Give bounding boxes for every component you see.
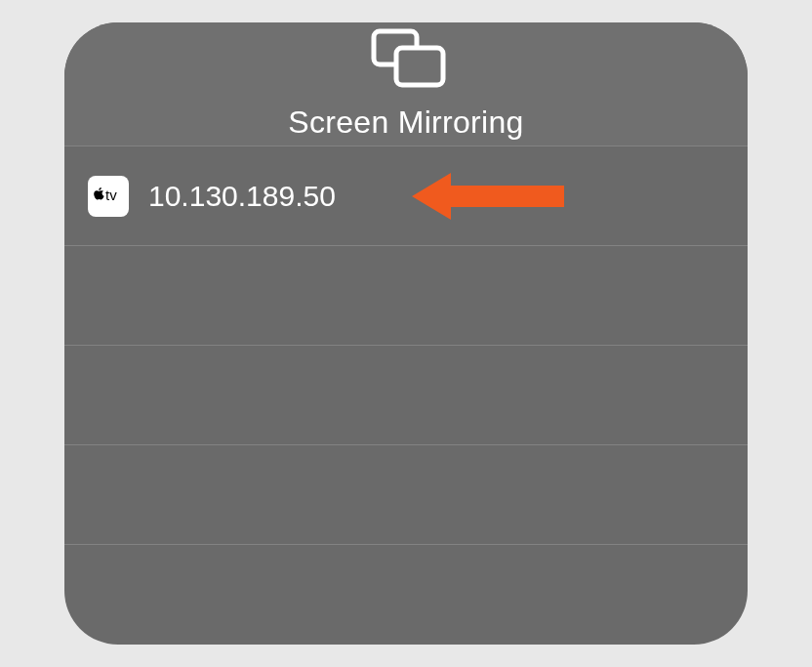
panel-header: Screen Mirroring: [64, 22, 748, 146]
device-row-empty[interactable]: [64, 246, 748, 346]
panel-title: Screen Mirroring: [288, 104, 523, 141]
svg-text:tv: tv: [105, 187, 117, 203]
device-row-empty[interactable]: [64, 346, 748, 445]
device-row-appletv[interactable]: tv 10.130.189.50: [64, 146, 748, 246]
arrow-annotation: [412, 169, 568, 224]
device-list: tv 10.130.189.50: [64, 146, 748, 645]
apple-tv-icon: tv: [88, 176, 129, 217]
device-row-empty[interactable]: [64, 545, 748, 645]
device-label: 10.130.189.50: [148, 180, 336, 213]
screen-mirroring-icon: [371, 28, 441, 85]
screen-mirroring-panel: Screen Mirroring tv 10.130.189.50: [64, 22, 748, 645]
device-row-empty[interactable]: [64, 445, 748, 545]
svg-rect-1: [396, 48, 443, 85]
